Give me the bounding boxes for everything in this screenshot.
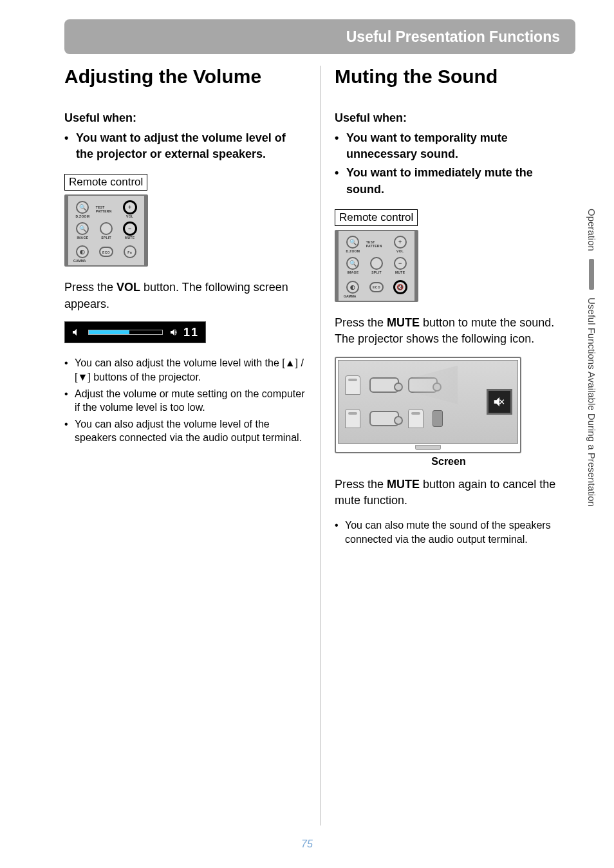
plus-icon: + [124,201,136,214]
remote-eco: ECO [366,278,387,297]
remote-split: SPLIT [96,221,117,240]
remote-dzoom-minus: 🔍IMAGE [72,221,93,240]
mount-icon [345,409,360,428]
fn-icon: Fn [124,245,136,258]
remote-control-figure: 🔍D.ZOOM TEST PATTERN +VOL 🔍IMAGE SPLIT −… [64,194,148,267]
volume-osd: 11 [64,321,206,343]
remote-vol-plus: +VOL [119,200,140,219]
remote-fn: Fn [119,242,140,261]
plus-icon: + [394,236,407,249]
volume-value-group: 11 [169,326,199,339]
remote-test-pattern: TEST PATTERN [366,235,387,254]
useful-when-label: Useful when: [335,111,563,125]
column-left: Adjusting the Volume Useful when: You wa… [64,66,320,826]
remote-dzoom-plus: 🔍D.ZOOM [72,200,93,219]
remote-mini-icon [433,410,443,427]
side-tab-divider [589,259,594,290]
side-tab-useful-functions: Useful Functions Available During a Pres… [586,295,597,509]
image-icon: ◐ [346,281,359,294]
remote-eco: ECO [96,242,117,261]
notes-list: You can also mute the sound of the speak… [335,518,563,546]
paragraph: Press the MUTE button again to cancel th… [335,476,563,509]
remote-control-label: Remote control [64,174,147,191]
paragraph: Press the MUTE button to mute the sound.… [335,315,563,348]
speaker-icon [169,327,180,337]
circle-icon [100,222,113,235]
remote-vol-plus: +VOL [389,235,411,254]
list-item: You can also adjust the volume level of … [64,417,306,445]
side-tabs: Operation Useful Functions Available Dur… [583,206,600,509]
column-right: Muting the Sound Useful when: You want t… [320,66,575,826]
header-bar: Useful Presentation Functions [64,19,575,54]
projector-icon [369,377,399,393]
remote-mute-btn: 🔇 [389,278,411,297]
list-item: You can also mute the sound of the speak… [335,518,563,546]
volume-fill [89,330,129,334]
remote-dzoom-minus: 🔍IMAGE [342,256,364,276]
page: Useful Presentation Functions Adjusting … [0,0,614,868]
useful-when-label: Useful when: [64,111,306,125]
magnify-minus-icon: 🔍 [76,222,89,235]
useful-when-list: You want to temporality mute unnecessary… [335,130,563,198]
remote-split: SPLIT [366,256,387,276]
speaker-muted-icon [492,395,507,409]
magnify-plus-icon: 🔍 [346,236,359,249]
minus-icon: − [394,257,407,270]
speaker-min-icon [71,327,82,337]
remote-vol-minus: −MUTE [389,256,411,276]
remote-control-label: Remote control [335,209,418,226]
heading-adjusting-volume: Adjusting the Volume [64,66,306,87]
magnify-minus-icon: 🔍 [346,257,359,270]
header-title: Useful Presentation Functions [346,28,560,46]
eco-icon: ECO [99,247,113,257]
remote-dzoom-plus: 🔍D.ZOOM [342,235,364,254]
mute-osd-badge [487,389,512,415]
screen-stand [415,445,441,450]
paragraph: Press the VOL button. The following scre… [64,279,306,312]
screen-figure [335,357,521,453]
volume-track [88,330,163,335]
page-number: 75 [0,838,614,850]
circle-icon [370,257,383,270]
list-item: You want to immediately mute the sound. [335,165,563,197]
remote-test-pattern: TEST PATTERN [96,200,117,219]
list-item: Adjust the volume or mute setting on the… [64,387,306,415]
list-item: You want to temporality mute unnecessary… [335,130,563,162]
image-icon: ◐ [76,245,89,258]
mount-icon [408,409,423,428]
side-tab-operation: Operation [586,206,597,254]
eco-icon: ECO [369,282,384,292]
mute-icon: 🔇 [394,281,407,294]
screen-caption: Screen [335,456,563,467]
screen-canvas [338,360,518,444]
mount-icon [345,375,360,395]
remote-control-figure: 🔍D.ZOOM TEST PATTERN +VOL 🔍IMAGE SPLIT −… [335,230,418,302]
minus-icon: − [124,222,136,235]
notes-list: You can also adjust the volume level wit… [64,356,306,445]
list-item: You want to adjust the volume level of t… [64,130,306,162]
volume-value: 11 [183,326,199,339]
columns: Adjusting the Volume Useful when: You wa… [64,66,575,826]
heading-muting-sound: Muting the Sound [335,66,563,87]
projector-icon [369,411,399,426]
remote-vol-minus: −MUTE [119,221,140,240]
magnify-plus-icon: 🔍 [76,201,89,214]
useful-when-list: You want to adjust the volume level of t… [64,130,306,162]
list-item: You can also adjust the volume level wit… [64,356,306,384]
